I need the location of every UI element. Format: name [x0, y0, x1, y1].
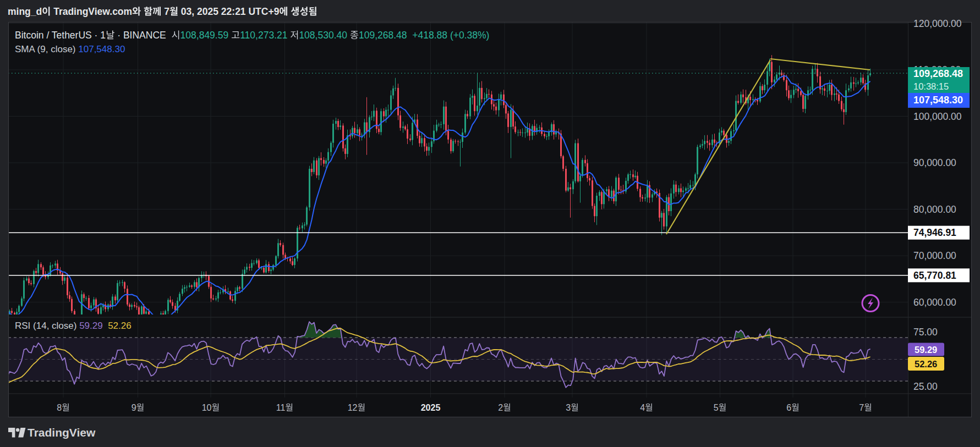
svg-text:8: 8 [57, 403, 62, 412]
svg-text:100,000.00: 100,000.00 [913, 111, 962, 122]
svg-text:SMA (9, close) 107,548.30: SMA (9, close) 107,548.30 [15, 44, 125, 54]
svg-text:108,530.40: 108,530.40 [299, 30, 349, 41]
svg-text:TradingView: TradingView [28, 426, 96, 439]
svg-text:11: 11 [276, 403, 286, 412]
svg-text:120,000.00: 120,000.00 [913, 18, 962, 29]
svg-text:10:38:15: 10:38:15 [913, 81, 949, 91]
svg-text:RSI (14, close) 59.29 52.26: RSI (14, close) 59.29 52.26 [15, 321, 132, 331]
svg-text:5: 5 [714, 403, 719, 412]
svg-text:03, 2025 22:21 UTC+9: 03, 2025 22:21 UTC+9 [178, 6, 280, 17]
svg-text:6: 6 [786, 403, 791, 412]
svg-text:TradingView.com: TradingView.com [51, 6, 132, 17]
svg-text:· BINANCE: · BINANCE [114, 30, 171, 41]
svg-text:108,849.59: 108,849.59 [180, 30, 231, 41]
svg-text:59.29: 59.29 [915, 345, 937, 355]
svg-text:2025: 2025 [421, 403, 441, 412]
svg-text:60,000.00: 60,000.00 [913, 297, 956, 308]
svg-text:110,273.21: 110,273.21 [240, 30, 290, 41]
svg-text:107,548.30: 107,548.30 [913, 95, 963, 106]
svg-text:7: 7 [859, 403, 864, 412]
svg-text:75.00: 75.00 [913, 327, 938, 338]
svg-text:ming_d: ming_d [8, 6, 42, 17]
svg-text:Bitcoin / TetherUS · 1: Bitcoin / TetherUS · 1 [15, 30, 106, 41]
svg-text:25.00: 25.00 [913, 381, 938, 392]
svg-text:74,946.91: 74,946.91 [913, 227, 956, 238]
svg-text:4: 4 [640, 403, 645, 412]
svg-text:90,000.00: 90,000.00 [913, 157, 956, 168]
svg-text:12: 12 [348, 403, 358, 412]
svg-text:109,268.48 +418.88 (+0.38%): 109,268.48 +418.88 (+0.38%) [359, 30, 489, 41]
svg-text:65,770.81: 65,770.81 [913, 270, 956, 281]
svg-text:7: 7 [161, 6, 169, 17]
svg-text:109,268.48: 109,268.48 [913, 68, 963, 79]
svg-text:80,000.00: 80,000.00 [913, 204, 956, 215]
svg-text:70,000.00: 70,000.00 [913, 250, 956, 261]
svg-text:10: 10 [202, 403, 212, 412]
svg-text:52.26: 52.26 [915, 359, 937, 369]
svg-text:3: 3 [566, 403, 571, 412]
svg-text:2: 2 [498, 403, 503, 412]
svg-text:9: 9 [132, 403, 136, 412]
